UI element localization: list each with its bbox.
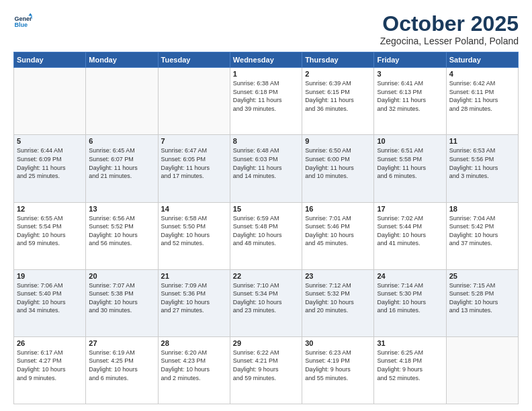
day-number: 3: [377, 70, 443, 78]
table-row: 22Sunrise: 7:10 AM Sunset: 5:34 PM Dayli…: [230, 269, 302, 336]
table-row: 6Sunrise: 6:45 AM Sunset: 6:07 PM Daylig…: [86, 135, 158, 202]
calendar-table: Sunday Monday Tuesday Wednesday Thursday…: [13, 52, 519, 404]
table-row: 11Sunrise: 6:53 AM Sunset: 5:56 PM Dayli…: [446, 135, 518, 202]
day-info: Sunrise: 7:10 AM Sunset: 5:34 PM Dayligh…: [233, 281, 299, 315]
day-info: Sunrise: 6:58 AM Sunset: 5:50 PM Dayligh…: [161, 214, 227, 248]
calendar-header-row: Sunday Monday Tuesday Wednesday Thursday…: [14, 52, 519, 68]
table-row: 28Sunrise: 6:20 AM Sunset: 4:23 PM Dayli…: [158, 336, 230, 404]
month-title: October 2025: [380, 12, 519, 36]
location-subtitle: Zegocina, Lesser Poland, Poland: [380, 36, 519, 46]
day-info: Sunrise: 6:48 AM Sunset: 6:03 PM Dayligh…: [233, 146, 299, 180]
day-info: Sunrise: 6:38 AM Sunset: 6:18 PM Dayligh…: [233, 79, 299, 113]
table-row: 16Sunrise: 7:01 AM Sunset: 5:46 PM Dayli…: [302, 202, 374, 269]
col-sunday: Sunday: [14, 52, 86, 68]
day-info: Sunrise: 6:47 AM Sunset: 6:05 PM Dayligh…: [161, 146, 227, 180]
table-row: 17Sunrise: 7:02 AM Sunset: 5:44 PM Dayli…: [374, 202, 446, 269]
day-info: Sunrise: 6:50 AM Sunset: 6:00 PM Dayligh…: [305, 146, 371, 180]
day-info: Sunrise: 6:42 AM Sunset: 6:11 PM Dayligh…: [449, 79, 515, 113]
svg-marker-2: [28, 13, 32, 15]
table-row: [446, 336, 518, 404]
calendar-week-row: 26Sunrise: 6:17 AM Sunset: 4:27 PM Dayli…: [14, 336, 519, 404]
day-info: Sunrise: 7:12 AM Sunset: 5:32 PM Dayligh…: [305, 281, 371, 315]
day-info: Sunrise: 6:19 AM Sunset: 4:25 PM Dayligh…: [89, 349, 154, 382]
table-row: [14, 68, 86, 135]
day-info: Sunrise: 6:45 AM Sunset: 6:07 PM Dayligh…: [89, 146, 154, 180]
table-row: 2Sunrise: 6:39 AM Sunset: 6:15 PM Daylig…: [302, 68, 374, 135]
calendar-week-row: 12Sunrise: 6:55 AM Sunset: 5:54 PM Dayli…: [14, 202, 519, 269]
day-info: Sunrise: 6:53 AM Sunset: 5:56 PM Dayligh…: [449, 146, 515, 180]
col-saturday: Saturday: [446, 52, 518, 68]
logo: General Blue: [13, 12, 32, 31]
day-info: Sunrise: 7:02 AM Sunset: 5:44 PM Dayligh…: [377, 214, 443, 248]
day-number: 22: [233, 272, 299, 280]
table-row: 20Sunrise: 7:07 AM Sunset: 5:38 PM Dayli…: [86, 269, 158, 336]
day-number: 27: [89, 339, 154, 347]
table-row: 31Sunrise: 6:25 AM Sunset: 4:18 PM Dayli…: [374, 336, 446, 404]
table-row: 14Sunrise: 6:58 AM Sunset: 5:50 PM Dayli…: [158, 202, 230, 269]
calendar-week-row: 5Sunrise: 6:44 AM Sunset: 6:09 PM Daylig…: [14, 135, 519, 202]
day-info: Sunrise: 7:04 AM Sunset: 5:42 PM Dayligh…: [449, 214, 515, 248]
day-info: Sunrise: 6:17 AM Sunset: 4:27 PM Dayligh…: [17, 349, 83, 382]
day-number: 15: [233, 205, 299, 213]
col-monday: Monday: [86, 52, 158, 68]
day-info: Sunrise: 6:44 AM Sunset: 6:09 PM Dayligh…: [17, 146, 83, 180]
calendar-week-row: 1Sunrise: 6:38 AM Sunset: 6:18 PM Daylig…: [14, 68, 519, 135]
day-number: 13: [89, 205, 154, 213]
day-number: 11: [449, 137, 515, 145]
table-row: 13Sunrise: 6:56 AM Sunset: 5:52 PM Dayli…: [86, 202, 158, 269]
day-info: Sunrise: 6:20 AM Sunset: 4:23 PM Dayligh…: [161, 349, 227, 382]
day-info: Sunrise: 6:39 AM Sunset: 6:15 PM Dayligh…: [305, 79, 371, 113]
day-number: 24: [377, 272, 443, 280]
header: General Blue October 2025 Zegocina, Less…: [13, 12, 519, 46]
day-info: Sunrise: 6:41 AM Sunset: 6:13 PM Dayligh…: [377, 79, 443, 113]
day-info: Sunrise: 6:56 AM Sunset: 5:52 PM Dayligh…: [89, 214, 154, 248]
col-thursday: Thursday: [302, 52, 374, 68]
day-number: 9: [305, 137, 371, 145]
table-row: 10Sunrise: 6:51 AM Sunset: 5:58 PM Dayli…: [374, 135, 446, 202]
day-info: Sunrise: 7:09 AM Sunset: 5:36 PM Dayligh…: [161, 281, 227, 315]
day-info: Sunrise: 7:14 AM Sunset: 5:30 PM Dayligh…: [377, 281, 443, 315]
day-number: 31: [377, 339, 443, 347]
table-row: 25Sunrise: 7:15 AM Sunset: 5:28 PM Dayli…: [446, 269, 518, 336]
table-row: 9Sunrise: 6:50 AM Sunset: 6:00 PM Daylig…: [302, 135, 374, 202]
table-row: 18Sunrise: 7:04 AM Sunset: 5:42 PM Dayli…: [446, 202, 518, 269]
table-row: [158, 68, 230, 135]
col-tuesday: Tuesday: [158, 52, 230, 68]
day-number: 5: [17, 137, 83, 145]
day-number: 28: [161, 339, 227, 347]
day-number: 19: [17, 272, 83, 280]
day-info: Sunrise: 6:51 AM Sunset: 5:58 PM Dayligh…: [377, 146, 443, 180]
day-info: Sunrise: 6:25 AM Sunset: 4:18 PM Dayligh…: [377, 349, 443, 382]
day-info: Sunrise: 7:01 AM Sunset: 5:46 PM Dayligh…: [305, 214, 371, 248]
table-row: 15Sunrise: 6:59 AM Sunset: 5:48 PM Dayli…: [230, 202, 302, 269]
day-number: 10: [377, 137, 443, 145]
day-info: Sunrise: 7:06 AM Sunset: 5:40 PM Dayligh…: [17, 281, 83, 315]
day-number: 2: [305, 70, 371, 78]
table-row: 8Sunrise: 6:48 AM Sunset: 6:03 PM Daylig…: [230, 135, 302, 202]
table-row: 27Sunrise: 6:19 AM Sunset: 4:25 PM Dayli…: [86, 336, 158, 404]
day-number: 29: [233, 339, 299, 347]
day-info: Sunrise: 6:55 AM Sunset: 5:54 PM Dayligh…: [17, 214, 83, 248]
table-row: 21Sunrise: 7:09 AM Sunset: 5:36 PM Dayli…: [158, 269, 230, 336]
day-number: 23: [305, 272, 371, 280]
day-number: 14: [161, 205, 227, 213]
title-area: October 2025 Zegocina, Lesser Poland, Po…: [380, 12, 519, 46]
day-number: 4: [449, 70, 515, 78]
table-row: 3Sunrise: 6:41 AM Sunset: 6:13 PM Daylig…: [374, 68, 446, 135]
day-number: 18: [449, 205, 515, 213]
table-row: 19Sunrise: 7:06 AM Sunset: 5:40 PM Dayli…: [14, 269, 86, 336]
day-info: Sunrise: 6:23 AM Sunset: 4:19 PM Dayligh…: [305, 349, 371, 382]
svg-text:Blue: Blue: [14, 21, 28, 28]
day-info: Sunrise: 7:15 AM Sunset: 5:28 PM Dayligh…: [449, 281, 515, 315]
day-number: 20: [89, 272, 154, 280]
table-row: [86, 68, 158, 135]
day-number: 7: [161, 137, 227, 145]
day-info: Sunrise: 6:59 AM Sunset: 5:48 PM Dayligh…: [233, 214, 299, 248]
day-info: Sunrise: 6:22 AM Sunset: 4:21 PM Dayligh…: [233, 349, 299, 382]
table-row: 30Sunrise: 6:23 AM Sunset: 4:19 PM Dayli…: [302, 336, 374, 404]
table-row: 29Sunrise: 6:22 AM Sunset: 4:21 PM Dayli…: [230, 336, 302, 404]
svg-text:General: General: [14, 15, 32, 22]
logo-icon: General Blue: [13, 12, 32, 31]
day-number: 21: [161, 272, 227, 280]
calendar-week-row: 19Sunrise: 7:06 AM Sunset: 5:40 PM Dayli…: [14, 269, 519, 336]
